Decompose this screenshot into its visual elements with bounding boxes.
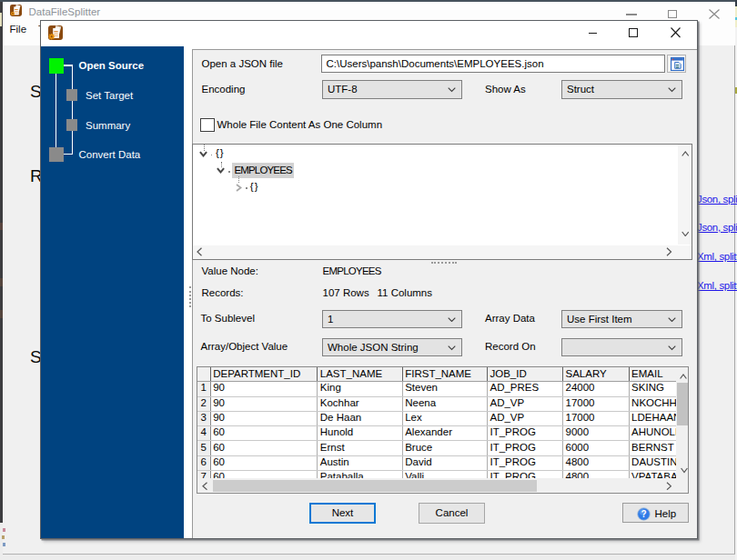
svg-text:?: ? bbox=[641, 509, 646, 519]
